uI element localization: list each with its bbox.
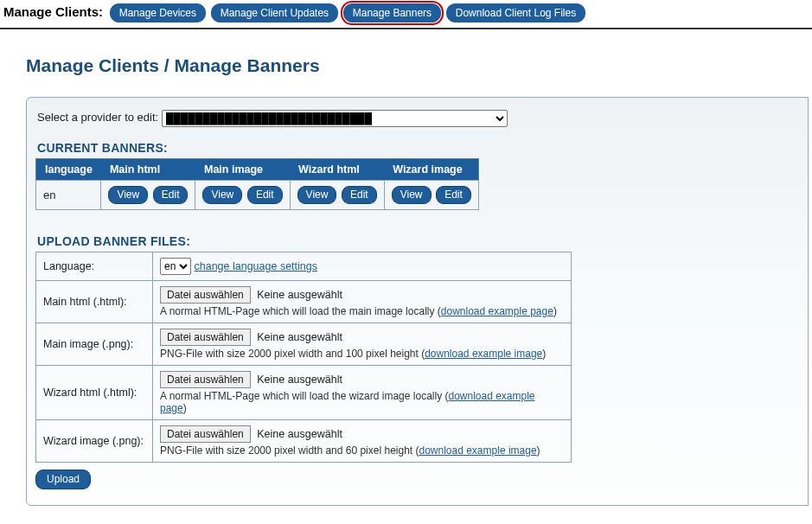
main-panel: Select a provider to edit: █████████████… [26, 97, 809, 506]
nav-manage-devices[interactable]: Manage Devices [110, 3, 206, 22]
cell-main-image: View Edit [195, 181, 290, 210]
wizard-html-label: Wizard html (.html): [36, 366, 153, 420]
provider-row: Select a provider to edit: █████████████… [35, 106, 799, 136]
current-banners-table: language Main html Main image Wizard htm… [35, 158, 479, 210]
wizard-html-file-button[interactable]: Datei auswählen [160, 371, 251, 388]
content-area: Manage Clients / Manage Banners Select a… [0, 29, 812, 506]
upload-button-row: Upload [35, 470, 799, 489]
wizard-image-cell: Datei auswählen Keine ausgewählt PNG-Fil… [153, 420, 572, 463]
upload-button[interactable]: Upload [35, 470, 91, 489]
col-main-image: Main image [195, 159, 290, 181]
top-nav: Manage Clients: Manage Devices Manage Cl… [0, 0, 812, 29]
upload-row-wizard-image: Wizard image (.png): Datei auswählen Kei… [36, 420, 572, 463]
main-html-hint: A normal HTML-Page which will load the m… [160, 305, 564, 317]
main-image-file-button[interactable]: Datei auswählen [160, 329, 251, 346]
edit-wizard-image-button[interactable]: Edit [436, 186, 471, 204]
main-html-cell: Datei auswählen Keine ausgewählt A norma… [153, 281, 572, 323]
wizard-image-label: Wizard image (.png): [36, 420, 153, 463]
wizard-html-file-status: Keine ausgewählt [257, 374, 342, 386]
table-header-row: language Main html Main image Wizard htm… [36, 159, 479, 181]
upload-row-main-image: Main image (.png): Datei auswählen Keine… [36, 323, 572, 366]
main-html-example-link[interactable]: download example page [441, 305, 553, 317]
view-main-image-button[interactable]: View [202, 186, 242, 204]
table-row: en View Edit View Edit View Edit View Ed… [36, 181, 479, 210]
main-image-hint: PNG-File with size 2000 pixel width and … [160, 348, 564, 360]
upload-heading: UPLOAD BANNER FILES: [37, 234, 799, 248]
provider-label: Select a provider to edit: [37, 111, 158, 124]
wizard-image-file-status: Keine ausgewählt [257, 428, 342, 440]
edit-main-image-button[interactable]: Edit [247, 186, 283, 204]
main-image-example-link[interactable]: download example image [425, 348, 542, 360]
nav-manage-banners[interactable]: Manage Banners [343, 3, 441, 22]
language-cell: en change language settings [153, 252, 572, 281]
edit-main-html-button[interactable]: Edit [153, 186, 189, 204]
nav-manage-client-updates[interactable]: Manage Client Updates [211, 3, 338, 22]
nav-download-log-files[interactable]: Download Client Log Files [446, 3, 585, 22]
edit-wizard-html-button[interactable]: Edit [342, 186, 377, 204]
upload-panel: UPLOAD BANNER FILES: Language: en change… [35, 234, 799, 489]
main-image-file-status: Keine ausgewählt [257, 331, 342, 343]
cell-wizard-image: View Edit [384, 181, 478, 210]
language-label: Language: [36, 252, 153, 281]
wizard-image-example-link[interactable]: download example image [419, 444, 536, 457]
col-main-html: Main html [101, 159, 195, 181]
wizard-html-cell: Datei auswählen Keine ausgewählt A norma… [153, 366, 572, 420]
current-banners-heading: CURRENT BANNERS: [37, 141, 799, 155]
view-wizard-html-button[interactable]: View [297, 186, 337, 204]
provider-select[interactable]: ████████████████████████████ [162, 110, 508, 127]
col-language: language [36, 159, 101, 181]
language-select[interactable]: en [160, 258, 191, 275]
change-language-link[interactable]: change language settings [194, 260, 316, 272]
page-title: Manage Clients / Manage Banners [26, 55, 812, 76]
main-html-label: Main html (.html): [36, 281, 153, 323]
upload-row-language: Language: en change language settings [36, 252, 572, 281]
cell-main-html: View Edit [101, 181, 195, 210]
main-html-file-button[interactable]: Datei auswählen [160, 286, 251, 304]
main-image-cell: Datei auswählen Keine ausgewählt PNG-Fil… [153, 323, 572, 366]
top-nav-label: Manage Clients: [3, 4, 103, 19]
upload-row-main-html: Main html (.html): Datei auswählen Keine… [36, 281, 572, 323]
cell-language: en [36, 181, 101, 210]
main-html-file-status: Keine ausgewählt [257, 289, 342, 301]
view-wizard-image-button[interactable]: View [392, 186, 432, 204]
upload-row-wizard-html: Wizard html (.html): Datei auswählen Kei… [36, 366, 572, 420]
view-main-html-button[interactable]: View [108, 186, 148, 204]
col-wizard-html: Wizard html [290, 159, 384, 181]
col-wizard-image: Wizard image [384, 159, 478, 181]
main-image-label: Main image (.png): [36, 323, 153, 366]
wizard-image-hint: PNG-File with size 2000 pixel width and … [160, 444, 564, 457]
cell-wizard-html: View Edit [290, 181, 384, 210]
wizard-image-file-button[interactable]: Datei auswählen [160, 425, 251, 443]
wizard-html-hint: A normal HTML-Page which will load the w… [160, 390, 564, 414]
upload-table: Language: en change language settings Ma… [35, 252, 572, 463]
